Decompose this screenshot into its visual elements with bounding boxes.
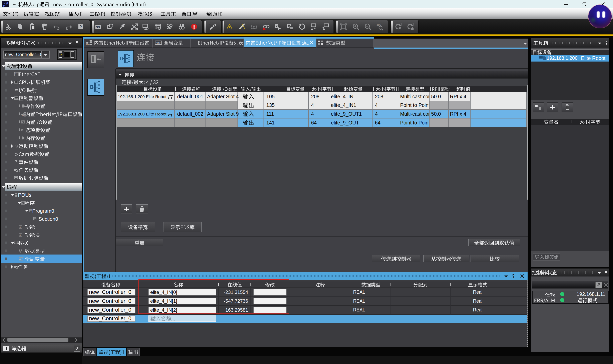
svg-text:var: var — [19, 258, 23, 260]
svg-text:EIP: EIP — [22, 115, 25, 117]
svg-text:fx: fx — [20, 226, 21, 228]
svg-text:fx: fx — [20, 234, 21, 236]
svg-text:?: ? — [79, 25, 82, 29]
svg-text:var: var — [156, 41, 160, 44]
svg-text:3D: 3D — [96, 25, 100, 29]
svg-text:ECAT: ECAT — [14, 73, 18, 74]
svg-text:eip: eip — [86, 44, 89, 45]
